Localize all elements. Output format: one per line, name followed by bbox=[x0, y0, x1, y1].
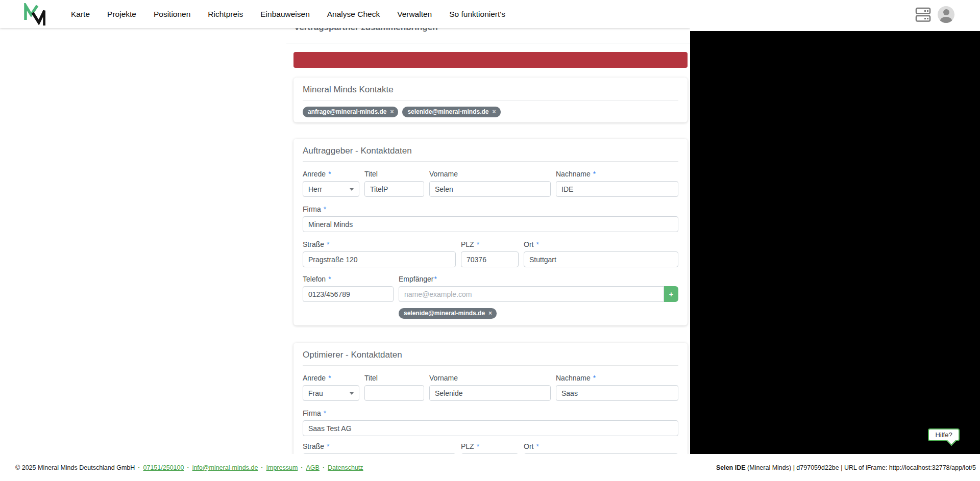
email-tag[interactable]: selenide@mineral-minds.de × bbox=[402, 107, 500, 117]
required-marker: * bbox=[477, 442, 479, 450]
card-divider bbox=[303, 161, 678, 162]
strasse-label: Straße* bbox=[303, 442, 456, 451]
required-marker: * bbox=[324, 409, 326, 417]
agb-link[interactable]: AGB bbox=[306, 464, 320, 471]
avatar-body bbox=[940, 17, 952, 23]
error-alert-banner bbox=[293, 52, 688, 68]
required-marker: * bbox=[327, 240, 329, 248]
titel-input[interactable] bbox=[364, 181, 424, 197]
datenschutz-link[interactable]: Datenschutz bbox=[328, 464, 363, 471]
required-marker: * bbox=[328, 374, 331, 382]
anrede-select[interactable]: Frau bbox=[303, 385, 359, 401]
plz-input[interactable] bbox=[461, 251, 519, 267]
email-tag[interactable]: anfrage@mineral-minds.de × bbox=[303, 107, 398, 117]
help-label: Hilfe? bbox=[935, 431, 952, 439]
nachname-input[interactable] bbox=[556, 385, 678, 401]
required-marker: * bbox=[324, 205, 326, 213]
header-right bbox=[690, 0, 980, 31]
anrede-selected-value: Frau bbox=[308, 389, 323, 397]
anrede-label: Anrede* bbox=[303, 374, 359, 383]
vorname-label: Vorname bbox=[429, 374, 551, 383]
card-auftraggeber: Auftraggeber - Kontaktdaten Anrede* Herr… bbox=[293, 139, 688, 325]
strasse-input[interactable] bbox=[303, 251, 456, 267]
anrede-label: Anrede* bbox=[303, 170, 359, 179]
nav-item-karte[interactable]: Karte bbox=[71, 10, 90, 19]
nav-item-einbauweisen[interactable]: Einbauweisen bbox=[260, 10, 310, 19]
card-mineral-minds-kontakte: Mineral Minds Kontakte anfrage@mineral-m… bbox=[293, 78, 688, 122]
help-button[interactable]: Hilfe? bbox=[928, 428, 960, 441]
close-icon[interactable]: × bbox=[488, 310, 492, 317]
nav-item-richtpreis[interactable]: Richtpreis bbox=[208, 10, 243, 19]
card-title: Optimierer - Kontaktdaten bbox=[303, 350, 678, 360]
nav-item-verwalten[interactable]: Verwalten bbox=[397, 10, 432, 19]
nav-item-projekte[interactable]: Projekte bbox=[107, 10, 136, 19]
card-title: Mineral Minds Kontakte bbox=[303, 85, 678, 95]
chevron-down-icon bbox=[350, 188, 354, 191]
top-navbar: Karte Projekte Positionen Richtpreis Ein… bbox=[0, 0, 690, 28]
separator: · bbox=[323, 464, 325, 471]
required-marker: * bbox=[434, 275, 436, 283]
nachname-label: Nachname* bbox=[556, 170, 678, 179]
keyboard-icon[interactable] bbox=[915, 7, 932, 23]
nachname-label: Nachname* bbox=[556, 374, 678, 383]
required-marker: * bbox=[328, 275, 331, 283]
add-recipient-button[interactable]: + bbox=[664, 286, 678, 302]
avatar-icon[interactable] bbox=[938, 6, 954, 23]
required-marker: * bbox=[328, 170, 331, 178]
email-tag-label: selenide@mineral-minds.de bbox=[407, 108, 488, 115]
footer-info: © 2025 Mineral Minds Deutschland GmbH · … bbox=[15, 464, 363, 471]
titel-label: Titel bbox=[364, 170, 424, 179]
required-marker: * bbox=[327, 442, 329, 450]
card-title: Auftraggeber - Kontaktdaten bbox=[303, 146, 678, 156]
close-icon[interactable]: × bbox=[493, 108, 496, 115]
required-marker: * bbox=[477, 240, 479, 248]
mineral-minds-logo[interactable] bbox=[22, 3, 45, 26]
nav-item-positionen[interactable]: Positionen bbox=[154, 10, 190, 19]
nav-item-so-funktionierts[interactable]: So funktioniert's bbox=[449, 10, 505, 19]
required-marker: * bbox=[593, 374, 596, 382]
copyright-text: © 2025 Mineral Minds Deutschland GmbH bbox=[15, 464, 135, 471]
telefon-label: Telefon* bbox=[303, 275, 394, 284]
firma-input[interactable] bbox=[303, 216, 678, 232]
nav-menu: Karte Projekte Positionen Richtpreis Ein… bbox=[71, 10, 505, 19]
card-divider bbox=[303, 365, 678, 366]
separator: · bbox=[138, 464, 140, 471]
recipient-tag-row: selenide@mineral-minds.de × bbox=[399, 308, 678, 319]
firma-label: Firma* bbox=[303, 409, 678, 418]
titel-input[interactable] bbox=[364, 385, 424, 401]
plz-label: PLZ* bbox=[461, 240, 519, 249]
separator: · bbox=[301, 464, 303, 471]
plz-label: PLZ* bbox=[461, 442, 519, 451]
ort-label: Ort* bbox=[524, 240, 678, 249]
separator: · bbox=[187, 464, 189, 471]
recipient-email-tag[interactable]: selenide@mineral-minds.de × bbox=[399, 308, 497, 319]
email-tag-label: selenide@mineral-minds.de bbox=[404, 310, 485, 317]
email-link[interactable]: info@mineral-minds.de bbox=[192, 464, 258, 471]
app-iframe: Vertragspartner zusammenbringen Mineral … bbox=[0, 0, 690, 454]
firma-input[interactable] bbox=[303, 420, 678, 436]
required-marker: * bbox=[536, 240, 538, 248]
email-tag-label: anfrage@mineral-minds.de bbox=[308, 108, 386, 115]
phone-link[interactable]: 07151/250100 bbox=[143, 464, 184, 471]
separator: · bbox=[261, 464, 263, 471]
impressum-link[interactable]: Impressum bbox=[266, 464, 298, 471]
status-bar: Selen IDE (Mineral Minds) | d797059d22be… bbox=[716, 464, 976, 471]
close-icon[interactable]: × bbox=[390, 108, 394, 115]
card-optimierer: Optimierer - Kontaktdaten Anrede* Frau T… bbox=[293, 343, 688, 454]
nav-item-analyse-check[interactable]: Analyse Check bbox=[327, 10, 380, 19]
ort-label: Ort* bbox=[524, 442, 678, 451]
kontakte-tag-row: anfrage@mineral-minds.de × selenide@mine… bbox=[303, 107, 678, 117]
side-panel bbox=[690, 31, 980, 454]
titel-label: Titel bbox=[364, 374, 424, 383]
ort-input[interactable] bbox=[524, 251, 678, 267]
vorname-input[interactable] bbox=[429, 181, 551, 197]
firma-label: Firma* bbox=[303, 205, 678, 214]
empfaenger-input[interactable] bbox=[399, 286, 664, 302]
required-marker: * bbox=[593, 170, 596, 178]
telefon-input[interactable] bbox=[303, 286, 394, 302]
nachname-input[interactable] bbox=[556, 181, 678, 197]
strasse-label: Straße* bbox=[303, 240, 456, 249]
vorname-input[interactable] bbox=[429, 385, 551, 401]
anrede-select[interactable]: Herr bbox=[303, 181, 359, 197]
status-details: (Mineral Minds) | d797059d22be | URL of … bbox=[746, 464, 976, 471]
